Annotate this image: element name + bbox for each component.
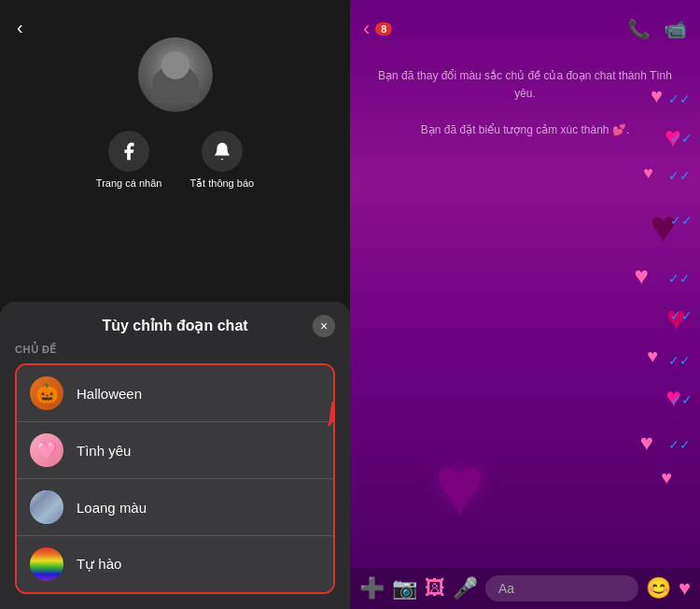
heart-1: ♥ <box>651 84 663 108</box>
check-1: ✓✓ <box>668 92 691 106</box>
bell-icon <box>202 131 243 172</box>
mic-icon[interactable]: 🎤 <box>453 576 478 601</box>
arrow-annotation <box>315 393 335 449</box>
check-7: ✓✓ <box>668 353 691 368</box>
message-input[interactable]: Aa <box>485 575 638 602</box>
heart-send-button[interactable]: ♥ <box>679 576 691 601</box>
modal-title: Tùy chỉnh đoạn chat <box>102 317 247 334</box>
heart-3: ♥ <box>643 163 653 183</box>
left-panel: ‹ Trang cá nhân Tắt thông báo Tùy <box>0 0 350 609</box>
profile-label: Trang cá nhân <box>96 177 162 189</box>
customize-modal: Tùy chỉnh đoạn chat × CHỦ ĐỀ 🎃 Halloween <box>0 302 350 609</box>
heart-9: ♥ <box>661 467 672 489</box>
notification-badge: 8 <box>375 22 392 35</box>
image-icon[interactable]: 🖼 <box>425 576 445 601</box>
tu-hao-label: Tự hào <box>77 556 121 573</box>
heart-4: ♥ <box>635 262 649 290</box>
section-label: CHỦ ĐỀ <box>15 344 335 356</box>
hearts-container: ♥ ✓✓ ♥ ✓✓ ♥ ✓✓ ♥ ✓✓ ♥ ✓✓ ♥ ✓✓ ♥ ✓✓ ♥ ✓✓ … <box>551 75 700 523</box>
theme-list: 🎃 Halloween 🩷 Tình yêu Loang màu Tự hào <box>15 363 335 594</box>
back-chat-icon[interactable]: ‹ <box>363 17 370 41</box>
tinh-yeu-icon: 🩷 <box>30 433 63 467</box>
theme-item-tinh-yeu[interactable]: 🩷 Tình yêu <box>17 422 333 479</box>
halloween-emoji: 🎃 <box>35 382 59 404</box>
emoji-icon[interactable]: 😊 <box>646 576 671 601</box>
facebook-icon <box>108 131 149 172</box>
chat-header: ‹ 8 📞 📹 <box>350 0 700 52</box>
plus-icon[interactable]: ➕ <box>359 576 385 601</box>
chat-input-bar: ➕ 📷 🖼 🎤 Aa 😊 ♥ <box>350 568 700 609</box>
header-icons: 📞 📹 <box>627 18 687 40</box>
halloween-icon: 🎃 <box>30 376 63 410</box>
tinh-yeu-emoji: 🩷 <box>36 440 57 460</box>
video-icon[interactable]: 📹 <box>664 18 687 40</box>
big-heart-area: ♥ <box>369 438 551 534</box>
theme-item-loang-mau[interactable]: Loang màu <box>17 479 333 536</box>
check-8: ✓✓ <box>670 392 693 407</box>
modal-header: Tùy chỉnh đoạn chat × <box>15 317 335 334</box>
phone-icon[interactable]: 📞 <box>627 18 651 40</box>
mute-label: Tắt thông báo <box>189 177 254 190</box>
avatar-silhouette <box>138 37 213 112</box>
check-2: ✓✓ <box>670 131 693 146</box>
tu-hao-icon <box>30 547 63 581</box>
mute-button[interactable]: Tắt thông báo <box>189 131 254 190</box>
theme-item-halloween[interactable]: 🎃 Halloween <box>17 365 333 422</box>
tinh-yeu-label: Tình yêu <box>77 443 131 459</box>
loang-mau-label: Loang màu <box>77 500 147 516</box>
heart-6: ♥ <box>647 346 658 367</box>
theme-item-tu-hao[interactable]: Tự hào <box>17 536 333 592</box>
loang-mau-icon <box>30 490 63 524</box>
check-5: ✓✓ <box>668 271 691 286</box>
big-heart: ♥ <box>435 438 484 534</box>
modal-close-button[interactable]: × <box>313 315 335 337</box>
heart-8: ♥ <box>640 430 653 456</box>
back-button[interactable]: ‹ <box>17 17 23 38</box>
input-placeholder: Aa <box>498 581 514 596</box>
check-9: ✓✓ <box>668 437 691 452</box>
loang-inner <box>30 490 63 524</box>
action-buttons: Trang cá nhân Tắt thông báo <box>96 131 254 190</box>
camera-icon[interactable]: 📷 <box>392 576 417 601</box>
check-6: ✓✓ <box>670 308 693 323</box>
check-3: ✓✓ <box>668 168 691 183</box>
avatar <box>138 37 213 112</box>
right-panel: ‹ 8 📞 📹 Bạn đã thay đổi màu sắc chủ đề c… <box>350 0 700 609</box>
profile-button[interactable]: Trang cá nhân <box>96 131 162 190</box>
check-4: ✓✓ <box>670 213 693 228</box>
halloween-label: Halloween <box>77 386 142 402</box>
